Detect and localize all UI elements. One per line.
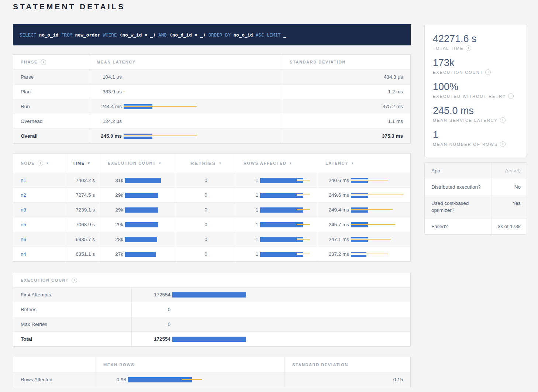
table-row: n2 7274.5 s 29k 0 1 249.6 ms <box>13 188 410 202</box>
stat-label: EXECUTION COUNT <box>433 70 483 75</box>
phase-label: Parse <box>13 70 89 84</box>
sort-arrow-icon[interactable]: ▼ <box>87 162 90 165</box>
node-link[interactable]: n1 <box>21 178 26 183</box>
latency-bar <box>351 178 405 183</box>
latency-bar <box>124 119 282 124</box>
stat-value: 100% <box>433 81 518 92</box>
info-icon[interactable]: i <box>500 141 506 147</box>
info-icon[interactable]: i <box>485 69 491 75</box>
retries-value: 0 <box>176 247 236 261</box>
table-row: n3 7239.1 s 29k 0 1 249.4 ms <box>13 202 410 217</box>
info-icon[interactable]: i <box>38 161 43 166</box>
latency-column-header[interactable]: LATENCY ▼ <box>318 154 410 173</box>
latency-bar <box>124 75 282 80</box>
retries-value: 0 <box>176 217 236 232</box>
time-column-header[interactable]: TIME ▼ <box>65 154 100 173</box>
time-value: 7402.2 s <box>65 173 100 188</box>
info-icon[interactable]: i <box>41 59 46 65</box>
node-link[interactable]: n2 <box>21 192 26 198</box>
latency-value: 249.4 ms <box>318 207 349 213</box>
rows-affected-value: 1 <box>236 178 258 183</box>
phase-table-header: PHASE i MEAN LATENCY STANDARD DEVIATION <box>13 55 410 69</box>
time-value: 7274.5 s <box>65 188 100 202</box>
mean-rows-value: 0.98 <box>96 377 126 382</box>
info-icon[interactable]: i <box>466 45 471 51</box>
sort-arrow-icon[interactable]: ▼ <box>46 162 49 165</box>
std-dev-header-label: STANDARD DEVIATION <box>292 362 348 367</box>
info-icon[interactable]: i <box>508 93 514 99</box>
table-row: Parse 104.1 µs 434.3 µs <box>13 69 410 84</box>
rows-affected-value: 1 <box>236 237 258 242</box>
std-dev-value: 434.3 µs <box>282 70 410 84</box>
node-link[interactable]: n6 <box>21 237 26 242</box>
time-value: 6351.1 s <box>65 247 100 261</box>
table-row: n6 6935.7 s 28k 0 1 247.1 ms <box>13 232 410 247</box>
stat-value: 245.0 ms <box>433 105 518 116</box>
execution-count-value: 29k <box>100 192 123 198</box>
sql-statement-box: SELECT no_o_id FROM new_order WHERE (no_… <box>13 24 411 45</box>
rows-affected-bar <box>260 178 313 183</box>
sort-arrow-icon[interactable]: ▼ <box>158 162 161 165</box>
retries-value: 0 <box>176 203 236 217</box>
execution-count-bar <box>125 252 170 257</box>
mean-rows-bar <box>128 377 251 382</box>
time-header-label: TIME <box>73 161 85 165</box>
retries-column-header[interactable]: RETRIES ▼ <box>176 154 236 173</box>
latency-bar <box>351 222 405 227</box>
std-dev-value: 1.1 ms <box>282 114 410 128</box>
sort-arrow-icon[interactable]: ▼ <box>289 162 292 165</box>
execution-count-section-label: EXECUTION COUNT <box>21 278 69 282</box>
table-row: Rows Affected 0.98 0.15 <box>13 372 410 387</box>
latency-value: 247.1 ms <box>318 237 349 242</box>
table-row: Overhead 124.2 µs 1.1 ms <box>13 114 410 128</box>
stat-value: 42271.6 s <box>433 33 518 44</box>
main-content: SELECT no_o_id FROM new_order WHERE (no_… <box>13 24 411 387</box>
rows-affected-bar <box>260 193 313 198</box>
stat-total-time: 42271.6 s TOTAL TIMEi <box>433 33 518 51</box>
execution-count-bar <box>172 322 403 327</box>
rows-affected-column-header[interactable]: ROWS AFFECTED ▼ <box>236 154 318 173</box>
phase-label: Overall <box>13 129 89 143</box>
rows-affected-bar <box>260 222 313 227</box>
node-link[interactable]: n5 <box>21 222 26 227</box>
rows-affected-header-label: ROWS AFFECTED <box>244 161 286 165</box>
execution-count-value: 29k <box>100 222 123 227</box>
sort-arrow-icon[interactable]: ▼ <box>351 162 354 165</box>
mean-rows-header-label: MEAN ROWS <box>103 362 134 367</box>
time-value: 7068.9 s <box>65 217 100 232</box>
node-link[interactable]: n4 <box>21 251 26 257</box>
rows-affected-row-label: Rows Affected <box>13 372 96 387</box>
node-link[interactable]: n3 <box>21 207 26 213</box>
sort-arrow-icon[interactable]: ▼ <box>218 162 221 165</box>
execution-row-label: First Attempts <box>13 288 131 302</box>
latency-bar <box>351 252 405 257</box>
mean-latency-value: 245.0 ms <box>89 133 122 139</box>
std-dev-header-label: STANDARD DEVIATION <box>290 60 346 64</box>
execution-count-table: EXECUTION COUNT i First Attempts 172554 … <box>13 273 411 347</box>
time-value: 6935.7 s <box>65 232 100 247</box>
mean-latency-column-header: MEAN LATENCY <box>89 55 282 69</box>
stat-execution-count: 173k EXECUTION COUNTi <box>433 57 518 75</box>
rows-affected-value: 1 <box>236 251 258 257</box>
mean-latency-value: 244.4 ms <box>89 104 122 109</box>
summary-stats-card: 42271.6 s TOTAL TIMEi 173k EXECUTION COU… <box>424 24 527 157</box>
latency-value: 245.7 ms <box>318 222 349 227</box>
execution-count-header-label: EXECUTION COUNT <box>108 161 156 165</box>
info-icon[interactable]: i <box>72 278 77 283</box>
execution-count-bar <box>172 292 403 298</box>
phase-header-label: PHASE <box>21 60 38 64</box>
phase-label: Run <box>13 99 89 114</box>
table-row: n1 7402.2 s 31k 0 1 240.6 ms <box>13 173 410 188</box>
execution-count-value: 27k <box>100 251 123 257</box>
node-column-header[interactable]: NODE i ▼ <box>13 154 65 173</box>
stat-executed-without-retry: 100% EXECUTED WITHOUT RETRYi <box>433 81 518 99</box>
table-row: Distributed execution? No <box>425 179 527 195</box>
execution-count-column-header[interactable]: EXECUTION COUNT ▼ <box>100 154 176 173</box>
table-row: Overall 245.0 ms 375.3 ms <box>13 128 410 143</box>
rows-affected-bar <box>260 237 313 242</box>
info-icon[interactable]: i <box>500 117 506 123</box>
statement-details-page: STATEMENT DETAILS SELECT no_o_id FROM ne… <box>0 0 538 392</box>
execution-count-value: 29k <box>100 207 123 213</box>
std-dev-value: 375.3 ms <box>282 129 410 143</box>
execution-count-table-header: EXECUTION COUNT i <box>13 273 410 287</box>
